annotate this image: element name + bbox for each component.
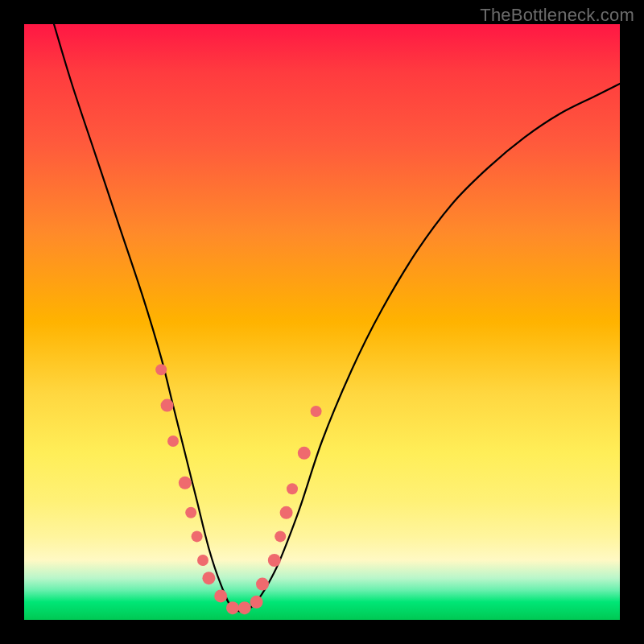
curve-markers [24,24,620,620]
curve-marker [197,555,208,566]
curve-marker [268,554,281,567]
curve-marker [214,589,227,602]
watermark-text: TheBottleneck.com [480,5,634,26]
curve-marker [275,530,286,542]
curve-marker [202,572,215,584]
chart-frame: TheBottleneck.com [0,0,644,644]
curve-marker [287,483,298,494]
curve-marker [238,601,251,614]
curve-marker [155,364,167,375]
curve-marker [280,506,293,519]
plot-area [24,24,620,620]
curve-marker [185,507,196,518]
curve-marker [311,406,322,417]
curve-marker [167,436,179,447]
curve-marker [298,447,311,460]
curve-marker [256,578,269,591]
curve-marker [161,399,174,412]
curve-marker [226,601,239,614]
curve-marker [179,477,192,489]
curve-marker [192,530,203,542]
curve-marker [250,596,263,609]
